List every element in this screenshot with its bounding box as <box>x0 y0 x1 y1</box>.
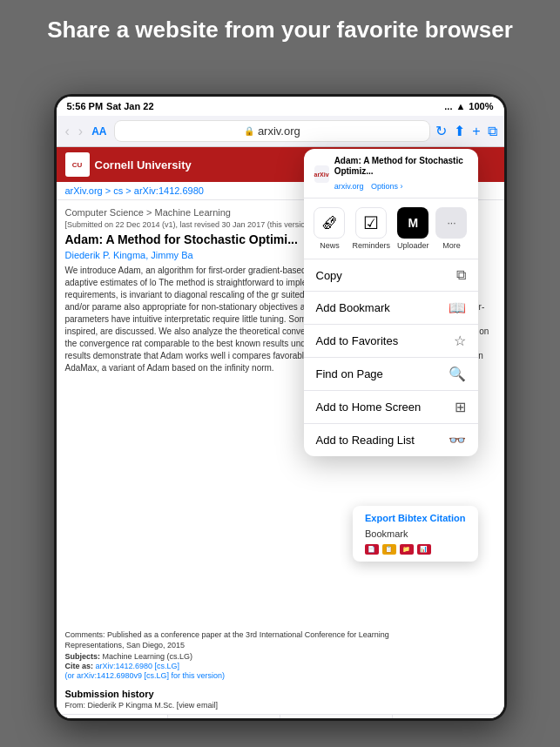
tab-bibliographic[interactable]: Bibliographic Tools <box>57 715 169 718</box>
share-button[interactable]: ⬆ <box>454 123 465 139</box>
tab-about[interactable]: About arXivLabs <box>393 715 504 718</box>
app-more[interactable]: ··· More <box>435 207 467 250</box>
find-on-page-label: Find on Page <box>316 367 383 380</box>
cite-line: Cite as: arXiv:1412.6980 [cs.LG] <box>65 662 496 670</box>
share-favicon: arXiv <box>314 165 329 183</box>
menu-add-reading[interactable]: Add to Reading List 👓 <box>304 424 478 456</box>
export-popup-title: Export Bibtex Citation <box>365 513 466 523</box>
bottom-content: Comments: Published as a conference pape… <box>57 625 504 685</box>
export-popup: Export Bibtex Citation Bookmark 📄 📋 📁 📊 <box>353 506 478 562</box>
app-icons-row: 🗞 News ☑ Reminders M Uploader <box>304 199 478 259</box>
url-text: arxiv.org <box>258 124 300 138</box>
more-label: More <box>442 241 461 250</box>
reminders-icon: ☑ <box>363 212 379 233</box>
add-bookmark-label: Add Bookmark <box>316 301 390 314</box>
forward-button[interactable]: › <box>77 124 84 139</box>
cornell-logo: CU <box>65 152 90 177</box>
news-icon: 🗞 <box>320 213 338 233</box>
share-header: arXiv Adam: A Method for Stochastic Opti… <box>304 149 478 199</box>
bookmark-icon: 📖 <box>449 299 466 316</box>
share-title: Adam: A Method for Stochastic Optimiz... <box>334 156 468 177</box>
submission-history: Submission history From: Diederik P King… <box>57 685 504 714</box>
tab-code-data[interactable]: Code & Data <box>168 715 280 718</box>
menu-add-favorites[interactable]: Add to Favorites ☆ <box>304 325 478 358</box>
representations-line: Representations, San Diego, 2015 <box>65 641 496 649</box>
tabs-button[interactable]: ⧉ <box>488 124 497 139</box>
add-favorites-label: Add to Favorites <box>316 334 399 347</box>
submission-from: From: Diederik P Kingma M.Sc. [view emai… <box>65 701 496 710</box>
address-bar[interactable]: 🔒 arxiv.org <box>114 120 431 142</box>
news-label: News <box>320 241 340 250</box>
reading-icon: 👓 <box>449 432 466 448</box>
cite-link[interactable]: arXiv:1412.6980 [cs.LG] <box>96 662 180 670</box>
page-header: Share a website from your favorite brows… <box>0 0 560 57</box>
ipad-frame: 5:56 PM Sat Jan 22 ... ▲ 100% ‹ › AA 🔒 a… <box>54 94 507 721</box>
wifi-icon: ▲ <box>455 101 465 111</box>
add-home-label: Add to Home Screen <box>316 400 422 414</box>
copy-icon: ⧉ <box>456 267 466 283</box>
new-tab-button[interactable]: + <box>472 124 480 139</box>
export-icon-1: 📄 <box>365 544 379 555</box>
back-button[interactable]: ‹ <box>64 124 71 139</box>
tabs-bar: Bibliographic Tools Code & Data Related … <box>57 714 504 718</box>
status-bar: 5:56 PM Sat Jan 22 ... ▲ 100% <box>57 97 504 116</box>
share-options[interactable]: Options › <box>371 182 403 191</box>
home-icon: ⊞ <box>455 399 466 415</box>
export-popup-bookmark[interactable]: Bookmark <box>365 527 466 541</box>
browser-chrome: ‹ › AA 🔒 arxiv.org ↻ ⬆ + ⧉ <box>57 116 504 147</box>
cite-alt-line: (or arXiv:1412.6980v9 [cs.LG] for this v… <box>65 671 496 680</box>
app-uploader[interactable]: M Uploader <box>397 207 429 250</box>
menu-add-bookmark[interactable]: Add Bookmark 📖 <box>304 292 478 325</box>
menu-copy[interactable]: Copy ⧉ <box>304 259 478 292</box>
subjects-line: Subjects: Machine Learning (cs.LG) <box>65 652 496 661</box>
star-icon: ☆ <box>454 333 466 349</box>
export-icon-2: 📋 <box>382 544 396 555</box>
menu-add-home[interactable]: Add to Home Screen ⊞ <box>304 391 478 424</box>
cornell-name: Cornell University <box>95 158 192 172</box>
app-news[interactable]: 🗞 News <box>314 207 345 250</box>
search-icon: 🔍 <box>449 366 466 382</box>
submission-history-title: Submission history <box>65 689 496 699</box>
uploader-label: Uploader <box>397 241 429 250</box>
page-title: Share a website from your favorite brows… <box>35 16 525 45</box>
status-time: 5:56 PM <box>67 101 104 111</box>
reminders-label: Reminders <box>352 241 390 250</box>
export-icon-4: 📊 <box>417 544 431 555</box>
share-sheet: arXiv Adam: A Method for Stochastic Opti… <box>304 149 478 456</box>
status-dots: ... <box>444 101 452 111</box>
export-icon-3: 📁 <box>400 544 414 555</box>
aa-button[interactable]: AA <box>90 125 108 138</box>
uploader-icon: M <box>408 216 418 230</box>
lock-icon: 🔒 <box>244 126 254 136</box>
comments-line: Comments: Published as a conference pape… <box>65 630 496 639</box>
add-reading-label: Add to Reading List <box>316 434 415 447</box>
battery-icon: 100% <box>469 101 493 111</box>
menu-find-on-page[interactable]: Find on Page 🔍 <box>304 358 478 391</box>
tab-related[interactable]: Related Papers <box>280 715 393 718</box>
share-url: arxiv.org <box>334 182 364 191</box>
more-icon: ··· <box>447 217 455 229</box>
ipad-screen: 5:56 PM Sat Jan 22 ... ▲ 100% ‹ › AA 🔒 a… <box>57 97 504 718</box>
status-day: Sat Jan 22 <box>106 101 153 111</box>
copy-label: Copy <box>316 269 342 282</box>
reload-button[interactable]: ↻ <box>435 123 447 139</box>
app-reminders[interactable]: ☑ Reminders <box>352 207 390 250</box>
